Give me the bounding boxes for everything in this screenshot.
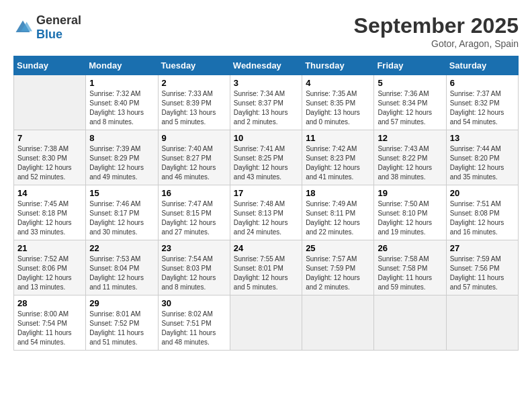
day-number: 15	[89, 188, 154, 198]
week-row-2: 7Sunrise: 7:38 AMSunset: 8:30 PMDaylight…	[14, 130, 519, 185]
day-number: 13	[450, 133, 515, 143]
cell-info: Sunrise: 7:33 AMSunset: 8:39 PMDaylight:…	[162, 89, 226, 127]
cell-info: Sunrise: 7:52 AMSunset: 8:06 PMDaylight:…	[17, 255, 82, 292]
cell-info: Sunrise: 7:38 AMSunset: 8:30 PMDaylight:…	[17, 144, 82, 182]
calendar-cell: 14Sunrise: 7:45 AMSunset: 8:18 PMDayligh…	[14, 185, 86, 240]
calendar-cell: 19Sunrise: 7:50 AMSunset: 8:10 PMDayligh…	[374, 185, 446, 240]
calendar-cell: 12Sunrise: 7:43 AMSunset: 8:22 PMDayligh…	[374, 130, 446, 185]
calendar-cell: 6Sunrise: 7:37 AMSunset: 8:32 PMDaylight…	[446, 75, 518, 130]
day-number: 11	[306, 133, 370, 143]
calendar-cell: 24Sunrise: 7:55 AMSunset: 8:01 PMDayligh…	[230, 240, 302, 295]
cell-info: Sunrise: 7:39 AMSunset: 8:29 PMDaylight:…	[89, 144, 154, 182]
week-row-1: 1Sunrise: 7:32 AMSunset: 8:40 PMDaylight…	[14, 75, 519, 130]
header-day-thursday: Thursday	[302, 56, 374, 75]
day-number: 30	[162, 298, 226, 308]
day-number: 16	[162, 188, 226, 198]
day-number: 24	[234, 243, 298, 253]
cell-info: Sunrise: 7:45 AMSunset: 8:18 PMDaylight:…	[17, 199, 82, 237]
calendar-cell: 2Sunrise: 7:33 AMSunset: 8:39 PMDaylight…	[158, 75, 230, 130]
calendar-cell	[374, 295, 446, 351]
logo-blue: Blue	[36, 28, 62, 41]
cell-info: Sunrise: 7:54 AMSunset: 8:03 PMDaylight:…	[162, 255, 226, 292]
calendar-cell: 30Sunrise: 8:02 AMSunset: 7:51 PMDayligh…	[158, 295, 230, 351]
day-number: 1	[89, 78, 154, 88]
day-number: 7	[17, 133, 82, 143]
day-number: 17	[234, 188, 298, 198]
header-day-friday: Friday	[374, 56, 446, 75]
cell-info: Sunrise: 7:50 AMSunset: 8:10 PMDaylight:…	[378, 199, 442, 237]
calendar-table: SundayMondayTuesdayWednesdayThursdayFrid…	[13, 56, 519, 351]
day-number: 3	[234, 78, 298, 88]
day-number: 12	[378, 133, 442, 143]
cell-info: Sunrise: 7:41 AMSunset: 8:25 PMDaylight:…	[234, 144, 298, 182]
calendar-cell: 28Sunrise: 8:00 AMSunset: 7:54 PMDayligh…	[14, 295, 86, 351]
cell-info: Sunrise: 7:32 AMSunset: 8:40 PMDaylight:…	[89, 89, 154, 127]
day-number: 2	[162, 78, 226, 88]
day-number: 19	[378, 188, 442, 198]
cell-info: Sunrise: 7:58 AMSunset: 7:58 PMDaylight:…	[378, 255, 442, 292]
calendar-cell: 5Sunrise: 7:36 AMSunset: 8:34 PMDaylight…	[374, 75, 446, 130]
calendar-cell: 22Sunrise: 7:53 AMSunset: 8:04 PMDayligh…	[86, 240, 158, 295]
logo: General Blue	[13, 13, 81, 42]
calendar-cell: 27Sunrise: 7:59 AMSunset: 7:56 PMDayligh…	[446, 240, 518, 295]
cell-info: Sunrise: 7:48 AMSunset: 8:13 PMDaylight:…	[234, 199, 298, 237]
calendar-cell: 23Sunrise: 7:54 AMSunset: 8:03 PMDayligh…	[158, 240, 230, 295]
logo-icon	[13, 18, 32, 37]
day-number: 25	[306, 243, 370, 253]
cell-info: Sunrise: 7:46 AMSunset: 8:17 PMDaylight:…	[89, 199, 154, 237]
header-row: SundayMondayTuesdayWednesdayThursdayFrid…	[14, 56, 519, 75]
cell-info: Sunrise: 7:35 AMSunset: 8:35 PMDaylight:…	[306, 89, 370, 127]
cell-info: Sunrise: 7:40 AMSunset: 8:27 PMDaylight:…	[162, 144, 226, 182]
calendar-cell: 25Sunrise: 7:57 AMSunset: 7:59 PMDayligh…	[302, 240, 374, 295]
day-number: 5	[378, 78, 442, 88]
calendar-cell: 29Sunrise: 8:01 AMSunset: 7:52 PMDayligh…	[86, 295, 158, 351]
calendar-cell	[230, 295, 302, 351]
calendar-cell: 8Sunrise: 7:39 AMSunset: 8:29 PMDaylight…	[86, 130, 158, 185]
calendar-cell: 18Sunrise: 7:49 AMSunset: 8:11 PMDayligh…	[302, 185, 374, 240]
day-number: 29	[89, 298, 154, 308]
logo-general: General	[36, 13, 81, 27]
calendar-cell: 26Sunrise: 7:58 AMSunset: 7:58 PMDayligh…	[374, 240, 446, 295]
calendar-cell: 3Sunrise: 7:34 AMSunset: 8:37 PMDaylight…	[230, 75, 302, 130]
calendar-cell: 21Sunrise: 7:52 AMSunset: 8:06 PMDayligh…	[14, 240, 86, 295]
cell-info: Sunrise: 8:02 AMSunset: 7:51 PMDaylight:…	[162, 310, 226, 347]
cell-info: Sunrise: 7:42 AMSunset: 8:23 PMDaylight:…	[306, 144, 370, 182]
calendar-cell: 7Sunrise: 7:38 AMSunset: 8:30 PMDaylight…	[14, 130, 86, 185]
calendar-cell: 11Sunrise: 7:42 AMSunset: 8:23 PMDayligh…	[302, 130, 374, 185]
calendar-cell: 1Sunrise: 7:32 AMSunset: 8:40 PMDaylight…	[86, 75, 158, 130]
header-day-tuesday: Tuesday	[158, 56, 230, 75]
header-day-sunday: Sunday	[14, 56, 86, 75]
header-day-wednesday: Wednesday	[230, 56, 302, 75]
week-row-4: 21Sunrise: 7:52 AMSunset: 8:06 PMDayligh…	[14, 240, 519, 295]
cell-info: Sunrise: 7:44 AMSunset: 8:20 PMDaylight:…	[450, 144, 515, 182]
cell-info: Sunrise: 7:51 AMSunset: 8:08 PMDaylight:…	[450, 199, 515, 237]
day-number: 8	[89, 133, 154, 143]
header-day-saturday: Saturday	[446, 56, 518, 75]
day-number: 4	[306, 78, 370, 88]
cell-info: Sunrise: 7:59 AMSunset: 7:56 PMDaylight:…	[450, 255, 515, 292]
cell-info: Sunrise: 8:01 AMSunset: 7:52 PMDaylight:…	[89, 310, 154, 347]
calendar-body: 1Sunrise: 7:32 AMSunset: 8:40 PMDaylight…	[14, 75, 519, 351]
day-number: 21	[17, 243, 82, 253]
page-header: General Blue September 2025 Gotor, Arago…	[13, 13, 519, 49]
month-title: September 2025	[354, 13, 519, 38]
calendar-cell: 10Sunrise: 7:41 AMSunset: 8:25 PMDayligh…	[230, 130, 302, 185]
calendar-cell	[446, 295, 518, 351]
location: Gotor, Aragon, Spain	[354, 38, 519, 49]
cell-info: Sunrise: 7:36 AMSunset: 8:34 PMDaylight:…	[378, 89, 442, 127]
day-number: 18	[306, 188, 370, 198]
calendar-header: SundayMondayTuesdayWednesdayThursdayFrid…	[14, 56, 519, 75]
day-number: 22	[89, 243, 154, 253]
day-number: 26	[378, 243, 442, 253]
week-row-5: 28Sunrise: 8:00 AMSunset: 7:54 PMDayligh…	[14, 295, 519, 351]
day-number: 14	[17, 188, 82, 198]
day-number: 10	[234, 133, 298, 143]
day-number: 6	[450, 78, 515, 88]
cell-info: Sunrise: 7:43 AMSunset: 8:22 PMDaylight:…	[378, 144, 442, 182]
calendar-cell: 17Sunrise: 7:48 AMSunset: 8:13 PMDayligh…	[230, 185, 302, 240]
calendar-cell	[14, 75, 86, 130]
day-number: 20	[450, 188, 515, 198]
cell-info: Sunrise: 7:49 AMSunset: 8:11 PMDaylight:…	[306, 199, 370, 237]
day-number: 27	[450, 243, 515, 253]
calendar-cell: 4Sunrise: 7:35 AMSunset: 8:35 PMDaylight…	[302, 75, 374, 130]
